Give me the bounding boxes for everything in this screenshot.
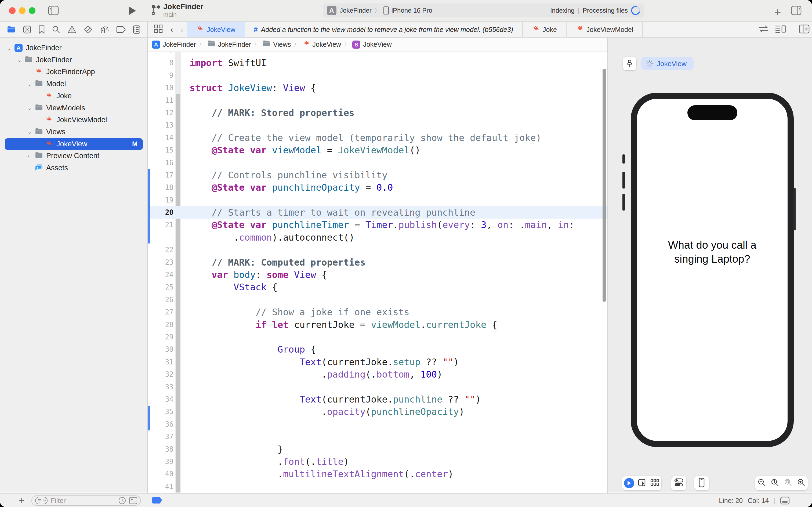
- tab-added[interactable]: #Added a function to the view model to r…: [245, 22, 523, 37]
- tab-jokeview[interactable]: JokeView: [187, 22, 245, 37]
- zoom-window-button[interactable]: [29, 7, 36, 14]
- sidebar-item-assets[interactable]: Assets: [0, 162, 147, 174]
- code-line-29[interactable]: 29: [148, 331, 607, 343]
- go-forward-icon[interactable]: ›: [177, 25, 187, 34]
- add-filter-button[interactable]: +: [19, 494, 24, 507]
- source-control-changes-icon[interactable]: [23, 25, 32, 34]
- code-line-33[interactable]: 33: [148, 381, 607, 393]
- code-line-7[interactable]: 7: [148, 52, 607, 57]
- sidebar-item-jokefinder[interactable]: ⌄AJokeFinder: [0, 42, 147, 54]
- variants-mode-button[interactable]: [650, 478, 659, 488]
- disclosure-chevron-down-icon[interactable]: ⌄: [27, 102, 32, 114]
- live-preview-button[interactable]: [624, 478, 634, 488]
- zoom-out-icon[interactable]: [758, 478, 766, 488]
- preview-device-button[interactable]: [699, 478, 704, 488]
- breadcrumb-item[interactable]: AJokeFinder: [152, 40, 196, 49]
- device-settings-button[interactable]: [674, 478, 683, 488]
- breadcrumb-item[interactable]: Views: [263, 40, 291, 49]
- code-line-14[interactable]: 14 // Create the view model (temporarily…: [148, 131, 607, 144]
- go-back-icon[interactable]: ‹: [167, 25, 177, 34]
- code-line-37[interactable]: 37: [148, 431, 607, 443]
- project-navigator-icon[interactable]: [7, 26, 16, 33]
- toggle-right-sidebar-icon[interactable]: [791, 6, 801, 16]
- code-line-26[interactable]: 26: [148, 293, 607, 306]
- disclosure-chevron-down-icon[interactable]: ⌄: [27, 78, 32, 90]
- disclosure-chevron-down-icon[interactable]: ⌄: [17, 54, 22, 66]
- code-line-35[interactable]: 35 .opacity(punchlineOpacity): [148, 405, 607, 418]
- code-line-18[interactable]: 18 @State var punchlineOpacity = 0.0: [148, 181, 607, 193]
- code-line-20[interactable]: 20 // Starts a timer to wait on revealin…: [148, 206, 607, 219]
- adjust-editor-bar-icon[interactable]: [780, 497, 790, 504]
- code-line-31[interactable]: 31 Text(currentJoke.setup ?? ""): [148, 356, 607, 368]
- scheme-name[interactable]: JokeFinder: [340, 7, 371, 14]
- code-line-9[interactable]: 9: [148, 69, 607, 81]
- close-window-button[interactable]: [9, 7, 15, 14]
- code-line-39[interactable]: 39 .font(.title): [148, 455, 607, 468]
- zoom-in-icon[interactable]: [797, 478, 805, 488]
- sidebar-item-preview-content[interactable]: ›Preview Content: [0, 150, 147, 162]
- code-line-10[interactable]: 10struct JokeView: View {: [148, 81, 607, 94]
- code-line-wrap[interactable]: .common).autoconnect(): [148, 231, 607, 243]
- preview-target-pill[interactable]: JokeView: [641, 57, 694, 70]
- tab-overview-icon[interactable]: [151, 24, 167, 35]
- run-button[interactable]: [128, 6, 136, 17]
- source-control-status-filter-icon[interactable]: [129, 497, 137, 504]
- code-line-28[interactable]: 28 if let currentJoke = viewModel.curren…: [148, 319, 607, 331]
- reports-navigator-icon[interactable]: [133, 25, 140, 34]
- code-line-12[interactable]: 12 // MARK: Stored properties: [148, 107, 607, 119]
- filter-options-icon[interactable]: [35, 497, 48, 504]
- code-line-34[interactable]: 34 Text(currentJoke.punchline ?? ""): [148, 393, 607, 405]
- code-line-13[interactable]: 13: [148, 119, 607, 131]
- sidebar-item-model[interactable]: ⌄Model: [0, 78, 147, 90]
- iphone-preview-device[interactable]: What do you call a singing Laptop?: [631, 93, 794, 447]
- activity-status-bar[interactable]: A JokeFinder 〉 iPhone 16 Pro Indexing | …: [323, 3, 644, 17]
- disclosure-chevron-down-icon[interactable]: ⌄: [7, 42, 11, 54]
- breadcrumb-item[interactable]: SJokeView: [352, 40, 392, 49]
- sidebar-item-jokefinderapp[interactable]: JokeFinderApp: [0, 66, 147, 78]
- pin-preview-button[interactable]: [623, 57, 636, 70]
- code-line-16[interactable]: 16: [148, 157, 607, 169]
- breakpoints-navigator-icon[interactable]: [116, 26, 126, 33]
- code-line-30[interactable]: 30 Group {: [148, 343, 607, 355]
- code-line-24[interactable]: 24 var body: some View {: [148, 269, 607, 281]
- code-line-41[interactable]: 41: [148, 481, 607, 493]
- sidebar-item-joke[interactable]: Joke: [0, 90, 147, 102]
- recent-files-icon[interactable]: [118, 497, 126, 504]
- sidebar-item-views[interactable]: ⌄Views: [0, 126, 147, 138]
- code-line-17[interactable]: 17 // Controls punchline visibility: [148, 169, 607, 181]
- tests-navigator-icon[interactable]: [83, 25, 93, 34]
- minimize-window-button[interactable]: [19, 7, 25, 14]
- code-editor[interactable]: 78import SwiftUI910struct JokeView: View…: [148, 52, 607, 493]
- sidebar-item-viewmodels[interactable]: ⌄ViewModels: [0, 102, 147, 114]
- add-tab-button[interactable]: +: [774, 6, 781, 19]
- code-line-25[interactable]: 25 VStack {: [148, 281, 607, 293]
- editor-canvas-divider[interactable]: [607, 38, 608, 493]
- column-indicator[interactable]: Col: 14: [748, 497, 769, 505]
- breadcrumb-item[interactable]: JokeView: [302, 40, 341, 49]
- disclosure-chevron-right-icon[interactable]: ›: [27, 150, 29, 162]
- toggle-left-sidebar-icon[interactable]: [48, 6, 59, 16]
- code-line-40[interactable]: 40 .multilineTextAlignment(.center): [148, 468, 607, 480]
- run-destination-name[interactable]: iPhone 16 Pro: [392, 7, 432, 14]
- code-line-15[interactable]: 15 @State var viewModel = JokeViewModel(…: [148, 144, 607, 156]
- breakpoint-indicator[interactable]: [152, 497, 162, 504]
- zoom-to-fit-icon[interactable]: [784, 478, 792, 488]
- code-line-19[interactable]: 19: [148, 194, 607, 206]
- selectable-mode-button[interactable]: [638, 478, 647, 488]
- zoom-100-icon[interactable]: [771, 478, 779, 488]
- related-items-icon[interactable]: [758, 25, 769, 34]
- sidebar-item-jokefinder[interactable]: ⌄JokeFinder: [0, 54, 147, 66]
- code-line-11[interactable]: 11: [148, 94, 607, 107]
- code-line-22[interactable]: 22: [148, 243, 607, 256]
- add-editor-icon[interactable]: [799, 25, 809, 35]
- tab-joke[interactable]: Joke: [523, 22, 567, 37]
- sidebar-item-jokeview[interactable]: JokeViewM: [0, 138, 147, 150]
- code-line-8[interactable]: 8import SwiftUI: [148, 57, 607, 69]
- breadcrumb-item[interactable]: JokeFinder: [207, 40, 251, 49]
- tab-jokeviewmodel[interactable]: JokeViewModel: [567, 22, 643, 37]
- issues-navigator-icon[interactable]: [67, 25, 76, 34]
- code-line-21[interactable]: 21 @State var punchlineTimer = Timer.pub…: [148, 219, 607, 231]
- code-line-23[interactable]: 23 // MARK: Computed properties: [148, 256, 607, 269]
- editor-scrollbar[interactable]: [602, 69, 606, 302]
- code-line-36[interactable]: 36: [148, 418, 607, 431]
